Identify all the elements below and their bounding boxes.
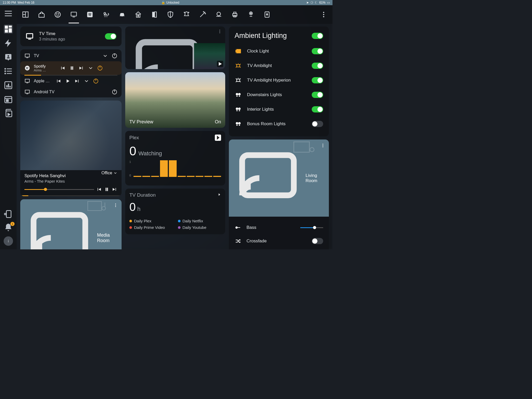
legend-item: Daily Plex — [129, 219, 173, 223]
tab-smarthome-icon[interactable] — [135, 11, 142, 18]
tab-home-icon[interactable] — [38, 11, 45, 18]
power-icon[interactable] — [112, 89, 117, 95]
setting-row[interactable]: zNight Sound — [235, 248, 323, 249]
menu-icon[interactable] — [4, 9, 13, 18]
tv-duration-card[interactable]: TV Duration 0h Daily PlexDaily NetflixDa… — [125, 189, 225, 234]
setting-toggle[interactable] — [312, 238, 323, 244]
light-toggle[interactable] — [312, 106, 323, 112]
now-playing-card[interactable]: Office Spotify Heta Sanghvi Arms - The P… — [20, 101, 122, 196]
ambient-master-toggle[interactable] — [312, 33, 323, 39]
light-row[interactable]: Clock Light — [235, 44, 323, 58]
source-picker[interactable]: Office — [102, 171, 118, 175]
canvas-card[interactable]: Canvas DSC_0533 — [125, 26, 225, 69]
bass-slider[interactable] — [300, 227, 323, 228]
light-row[interactable]: Interior Lights — [235, 102, 323, 117]
more-icon[interactable] — [321, 143, 325, 149]
pause-icon[interactable] — [69, 65, 75, 71]
light-toggle[interactable] — [312, 92, 323, 98]
svg-rect-76 — [25, 90, 30, 93]
light-row[interactable]: Downstairs Lights — [235, 88, 323, 102]
svg-point-48 — [205, 13, 205, 14]
spotify-progress[interactable] — [24, 75, 117, 76]
svg-rect-81 — [107, 188, 108, 191]
play-icon[interactable] — [65, 78, 71, 84]
player-seek[interactable] — [24, 189, 94, 190]
light-row[interactable]: TV Ambilight Hyperion — [235, 73, 323, 88]
living-room-header[interactable]: Living Room — [229, 139, 329, 217]
light-toggle[interactable] — [312, 48, 323, 54]
tab-tv-icon[interactable] — [70, 11, 77, 18]
media-android-row[interactable]: Android TV — [20, 87, 122, 97]
light-toggle[interactable] — [312, 121, 323, 127]
dev-tools-icon[interactable] — [4, 209, 13, 219]
media-room-card[interactable]: Media Room — [20, 199, 122, 249]
svg-point-8 — [8, 55, 9, 57]
skip-next-icon[interactable] — [78, 65, 84, 71]
avatar[interactable]: i — [4, 236, 13, 246]
dashboard-icon[interactable] — [4, 24, 13, 34]
svg-rect-122 — [236, 125, 238, 126]
tab-wand-icon[interactable] — [199, 11, 206, 18]
tab-weather-icon[interactable] — [102, 11, 110, 18]
media-apple-row[interactable]: Apple … — [20, 76, 122, 87]
skip-next-icon[interactable] — [74, 78, 80, 84]
chevron-down-icon[interactable] — [84, 78, 89, 84]
overflow-menu-icon[interactable] — [320, 11, 327, 18]
tv-preview-card[interactable]: TV Preview On — [125, 72, 225, 128]
tv-time-toggle[interactable] — [105, 33, 116, 39]
power-icon[interactable] — [93, 78, 99, 84]
svg-point-116 — [236, 108, 238, 110]
skip-prev-icon[interactable] — [56, 78, 61, 84]
svg-rect-61 — [26, 34, 33, 38]
svg-rect-69 — [72, 66, 73, 70]
tab-door-icon[interactable] — [151, 11, 158, 18]
pause-icon[interactable] — [104, 187, 110, 192]
media-tv-row[interactable]: TV — [20, 50, 122, 61]
light-toggle[interactable] — [312, 77, 323, 83]
skip-prev-icon[interactable] — [96, 187, 102, 192]
tab-spotify-icon[interactable] — [86, 11, 94, 18]
svg-rect-72 — [25, 79, 30, 82]
svg-point-121 — [238, 122, 241, 124]
light-row[interactable]: TV Ambilight — [235, 58, 323, 73]
tv-icon — [24, 53, 30, 59]
media-library-icon[interactable] — [4, 109, 13, 118]
energy-icon[interactable] — [4, 38, 13, 48]
setting-row[interactable]: Crossfade — [235, 234, 323, 248]
light-row[interactable]: Bonus Room Lights — [235, 117, 323, 131]
more-icon[interactable] — [113, 203, 118, 209]
power-icon[interactable] — [112, 53, 117, 59]
power-icon[interactable] — [97, 65, 103, 71]
calendar-icon[interactable] — [4, 95, 13, 104]
skip-next-icon[interactable] — [112, 187, 117, 192]
skip-prev-icon[interactable] — [60, 65, 65, 71]
more-icon[interactable] — [217, 29, 222, 35]
chevron-down-icon[interactable] — [88, 65, 94, 71]
media-tv-label: TV — [34, 54, 99, 58]
chevron-down-icon[interactable] — [102, 53, 108, 59]
plex-card[interactable]: Plex 0Watching 10 — [125, 131, 225, 185]
list-icon[interactable] — [4, 66, 13, 76]
light-toggle[interactable] — [312, 63, 323, 69]
chevron-right-icon[interactable] — [217, 193, 221, 197]
player-sub: Arms - The Paper Kites — [24, 179, 117, 183]
tab-camera-icon[interactable] — [247, 11, 255, 18]
expand-icon[interactable] — [217, 61, 223, 67]
tab-printer-icon[interactable] — [231, 11, 238, 18]
chevron-right-icon[interactable] — [215, 135, 221, 141]
tab-face-icon[interactable] — [54, 11, 61, 18]
tab-bell-icon[interactable] — [183, 11, 190, 18]
tab-shield-icon[interactable] — [167, 11, 174, 18]
notifications-icon[interactable]: 1 — [4, 223, 13, 232]
tab-water-icon[interactable] — [263, 11, 271, 18]
svg-rect-6 — [5, 30, 8, 33]
tab-floorplan-icon[interactable] — [22, 11, 29, 18]
setting-row[interactable]: Bass — [235, 221, 323, 234]
tv-time-card[interactable]: TV Time 3 minutes ago — [20, 26, 122, 46]
media-spotify-row[interactable]: Spotify Arms … — [20, 61, 122, 75]
svg-rect-17 — [8, 84, 9, 88]
tab-network-icon[interactable] — [215, 11, 222, 18]
person-icon[interactable] — [4, 52, 13, 62]
chart-icon[interactable] — [4, 81, 13, 90]
tab-car-icon[interactable] — [118, 11, 126, 18]
